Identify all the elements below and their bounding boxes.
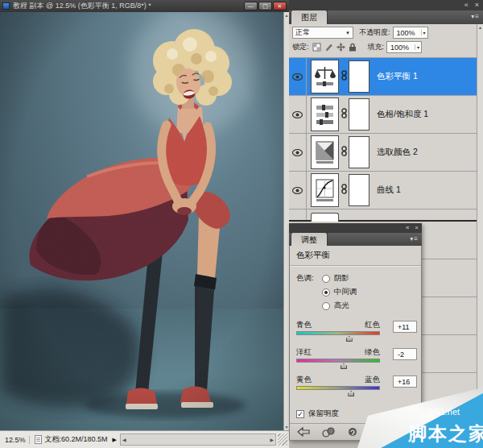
collapse-panels-icon[interactable]: « — [464, 0, 469, 10]
layers-panel: 图层 ▾≡ 正常 ▼ 不透明度: 100% ▾ — [289, 10, 483, 448]
canvas-image[interactable] — [0, 12, 283, 430]
visibility-toggle[interactable] — [289, 58, 307, 95]
layer-name[interactable]: 选取颜色 2 — [377, 147, 418, 158]
tone-selector: 色调: 阴影 中间调 高光 — [290, 266, 421, 316]
link-mask-icon — [339, 183, 349, 197]
radio-shadows[interactable]: 阴影 — [322, 273, 357, 284]
status-menu-arrow-icon[interactable]: ▶ — [113, 437, 117, 443]
layer-name[interactable]: 曲线 1 — [377, 185, 401, 196]
slider-track[interactable] — [296, 331, 380, 335]
color-balance-icon — [314, 63, 336, 90]
document-size-text: 文档:60.2M/180.5M — [45, 434, 108, 445]
link-mask-icon — [339, 145, 349, 160]
scroll-right-icon[interactable]: ▶ — [270, 437, 274, 442]
layers-controls: 正常 ▼ 不透明度: 100% ▾ 锁定: — [289, 24, 477, 58]
adjustment-thumbnail-selective-color[interactable] — [311, 135, 339, 169]
slider-value-field[interactable]: -2 — [393, 348, 417, 360]
slider-thumb[interactable] — [341, 363, 347, 369]
panel-menu-icon[interactable]: ▾≡ — [471, 13, 480, 20]
layers-tabbar: 图层 ▾≡ — [289, 10, 483, 24]
lock-transparent-pixels-icon[interactable] — [312, 43, 321, 52]
slider-left-label: 黄色 — [296, 375, 312, 385]
back-arrow-icon[interactable] — [297, 427, 310, 437]
layer-mask-thumbnail[interactable] — [349, 60, 369, 93]
layer-row-curves[interactable]: 曲线 1 — [289, 172, 477, 209]
slider-track[interactable] — [296, 359, 380, 363]
visibility-toggle[interactable] — [289, 96, 307, 133]
checkbox-icon[interactable]: ✓ — [296, 410, 304, 418]
scroll-up-icon[interactable]: ▲ — [478, 25, 482, 30]
radio-highlights[interactable]: 高光 — [322, 301, 357, 311]
layer-row-hue-saturation[interactable]: 色相/饱和度 1 — [289, 96, 477, 134]
adjustment-thumbnail-curves[interactable] — [311, 173, 339, 207]
spinner-icon: ▾ — [415, 44, 419, 50]
radio-icon[interactable] — [322, 302, 330, 310]
slider-right-label: 红色 — [365, 320, 380, 330]
maximize-button[interactable]: ▢ — [258, 2, 272, 10]
layer-mask-thumbnail[interactable] — [349, 174, 369, 206]
link-mask-icon — [339, 107, 349, 122]
visibility-toggle[interactable] — [289, 134, 307, 171]
lock-image-pixels-icon[interactable] — [324, 43, 333, 52]
status-bar: 12.5% 文档:60.2M/180.5M ▶ ◀ ▶ — [0, 430, 289, 448]
panel-menu-icon[interactable]: ▾≡ — [410, 235, 419, 243]
app-icon — [2, 2, 10, 10]
document-size-icon — [35, 435, 42, 444]
adjustment-thumbnail-hue-saturation[interactable] — [311, 97, 339, 131]
document-title: 教程 副本 @ 12.5% (色彩平衡 1, RGB/8*) * — [13, 1, 151, 11]
photoshop-workspace: 教程 副本 @ 12.5% (色彩平衡 1, RGB/8*) * — ▢ ✕ — [0, 0, 483, 448]
layer-row-color-balance[interactable]: 色彩平衡 1 — [289, 58, 477, 96]
layer-name[interactable]: 色彩平衡 1 — [377, 71, 418, 82]
slider-value-field[interactable]: +11 — [393, 321, 417, 333]
slider-right-label: 绿色 — [365, 347, 380, 358]
layer-mask-thumbnail[interactable] — [349, 98, 369, 131]
scroll-down-icon[interactable]: ▼ — [285, 425, 289, 429]
horizontal-scrollbar[interactable]: ◀ ▶ — [120, 433, 276, 446]
blend-mode-select[interactable]: 正常 ▼ — [292, 27, 353, 39]
adjustment-title: 色彩平衡 — [290, 246, 421, 266]
photo-content — [0, 12, 283, 430]
clip-to-layer-icon[interactable] — [322, 427, 336, 438]
resize-grip[interactable] — [278, 433, 287, 446]
visibility-toggle[interactable] — [289, 172, 307, 209]
close-panel-icon[interactable]: × — [415, 223, 419, 233]
vertical-scrollbar[interactable]: ▲ ▼ — [283, 12, 289, 430]
close-dock-icon[interactable]: × — [475, 0, 479, 10]
chevron-down-icon: ▼ — [345, 31, 350, 35]
link-mask-icon — [339, 69, 349, 84]
adjustment-thumbnail-color-balance[interactable] — [311, 60, 339, 93]
opacity-label: 不透明度: — [359, 27, 390, 38]
cyan-red-slider: 青色 红色 +11 — [290, 319, 421, 346]
document-titlebar[interactable]: 教程 副本 @ 12.5% (色彩平衡 1, RGB/8*) * — ▢ ✕ — [0, 0, 289, 12]
slider-thumb[interactable] — [346, 336, 353, 342]
slider-left-label: 洋红 — [296, 347, 312, 358]
fill-field[interactable]: 100% ▾ — [386, 41, 422, 53]
eye-icon — [292, 111, 303, 118]
scroll-up-icon[interactable]: ▲ — [285, 13, 289, 18]
minimize-button[interactable]: — — [244, 2, 258, 10]
eye-icon — [292, 187, 303, 194]
adjustments-tabbar: 调整 ▾≡ — [289, 233, 422, 247]
opacity-field[interactable]: 100% ▾ — [393, 27, 428, 39]
lock-position-icon[interactable] — [336, 43, 345, 52]
layer-mask-thumbnail[interactable] — [349, 136, 369, 168]
watermark-sitename: 脚本之家 — [407, 423, 483, 444]
radio-icon[interactable] — [322, 288, 330, 297]
preserve-luminosity-label: 保留明度 — [308, 409, 339, 419]
layer-row-selective-color[interactable]: 选取颜色 2 — [289, 134, 477, 172]
close-button[interactable]: ✕ — [273, 2, 287, 10]
layer-name[interactable]: 色相/饱和度 1 — [377, 109, 428, 120]
tab-adjustments[interactable]: 调整 — [291, 232, 328, 247]
tab-layers[interactable]: 图层 — [291, 10, 328, 24]
scroll-left-icon[interactable]: ◀ — [122, 437, 126, 442]
slider-left-label: 青色 — [296, 320, 312, 330]
selective-color-icon — [314, 139, 336, 166]
radio-midtones[interactable]: 中间调 — [322, 287, 357, 297]
spinner-icon: ▾ — [421, 30, 426, 35]
zoom-level-field[interactable]: 12.5% — [2, 436, 30, 444]
lock-all-icon[interactable] — [349, 43, 357, 52]
curves-icon — [314, 176, 336, 204]
collapse-panel-icon[interactable]: « — [406, 223, 409, 233]
radio-icon[interactable] — [322, 275, 330, 283]
layer-row-partial[interactable] — [289, 209, 477, 222]
